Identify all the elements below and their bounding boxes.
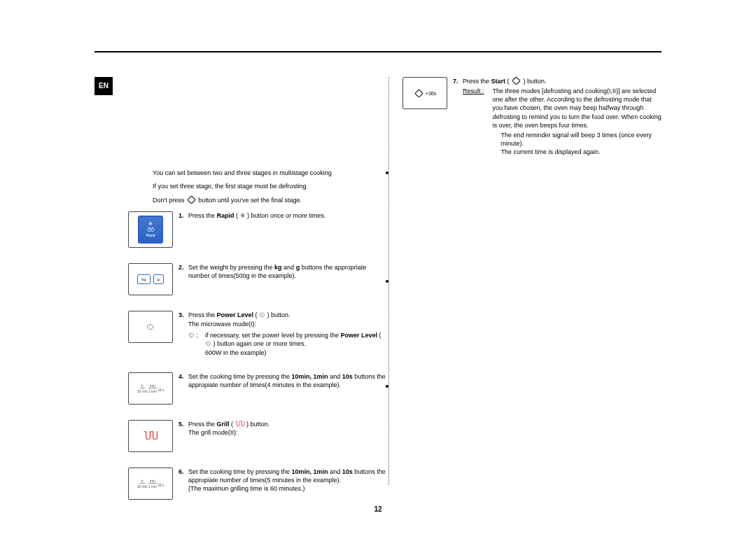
result-label: Result :	[463, 87, 484, 156]
intro-line: If you set three stage, the first stage …	[153, 181, 387, 192]
divider-dot	[386, 385, 388, 388]
start-diamond-icon	[512, 76, 521, 85]
divider-dot	[386, 171, 388, 174]
rapid-label: Rapid	[146, 233, 155, 237]
snowflake-icon	[148, 221, 153, 227]
bold-text: Rapid	[217, 212, 234, 219]
power-level-icon: ⏲	[128, 311, 173, 343]
step-body: Press the Power Level ( ⏲ ) button. The …	[188, 311, 387, 357]
step-body: Set the weight by pressing the kg and g …	[188, 263, 387, 280]
text: The end reminder signal will beep 3 time…	[501, 132, 652, 147]
power-inline-icon: ⏲	[259, 311, 265, 319]
language-badge: EN	[94, 77, 113, 95]
step-body: Press the Rapid ( ❄ ) button once or mor…	[188, 211, 387, 220]
text: (The maximun grilling time is 60 minutes…	[188, 485, 305, 492]
text: 10 min	[137, 484, 148, 489]
intro-line: Don't press button until you've set the …	[153, 195, 387, 206]
grill-inline-icon: ႮႮ	[235, 420, 245, 428]
text: (	[377, 332, 382, 339]
manual-page: EN You can set between two and three sta…	[0, 0, 756, 534]
result-text: The three modes [defrosting and cooking(…	[493, 87, 662, 156]
step-number: 5.	[178, 420, 188, 437]
step-1: ŎŎ Rapid 1. Press the Rapid ( ❄ ) button…	[128, 211, 387, 248]
bold-text: 10s	[342, 373, 353, 380]
step-body: Set the cooking time by pressing the 10m…	[188, 372, 387, 389]
bold-text: Power Level	[217, 311, 254, 318]
text: Set the cooking time by pressing the	[188, 373, 292, 380]
start-label: +30s	[426, 91, 436, 96]
step-number: 2.	[178, 263, 188, 280]
step-7: +30s 7. Press the Start ( ) button. Resu…	[402, 77, 662, 156]
start-button-icon: +30s	[402, 77, 447, 109]
text: ) button once or more times.	[246, 212, 326, 219]
step-number: 7.	[453, 77, 463, 156]
steps-list: ŎŎ Rapid 1. Press the Rapid ( ❄ ) button…	[128, 211, 387, 500]
text: h	[140, 479, 145, 484]
text: if necessary, set the power level by pre…	[205, 332, 340, 339]
time-buttons-icon: h10 min min1 min 10 s	[128, 372, 173, 405]
step-number: 4.	[178, 372, 188, 389]
top-divider	[94, 51, 662, 52]
text: and	[328, 468, 342, 475]
text: min	[148, 384, 157, 388]
column-divider	[388, 77, 389, 485]
text: The current time is displayed again.	[501, 148, 601, 155]
step-3: ⏲ 3. Press the Power Level ( ⏲ ) button.…	[128, 311, 387, 357]
start-diamond-icon	[187, 195, 196, 204]
text: 1 min	[148, 484, 157, 489]
bold-text: Start	[491, 78, 506, 85]
text: (	[230, 421, 235, 428]
text: 600W in the example)	[205, 349, 267, 356]
divider-dot	[386, 280, 388, 283]
step-number: 1.	[178, 211, 188, 220]
text: ) button again one or more times.	[211, 340, 306, 347]
result-block: Result : The three modes [defrosting and…	[463, 87, 662, 156]
microwave-icon: ⏲	[146, 322, 155, 332]
text: min	[148, 479, 157, 484]
step-body: Set the cooking time by pressing the 10m…	[188, 468, 387, 493]
step-number: 3.	[178, 311, 188, 357]
rapid-inline-icon: ❄	[240, 211, 246, 220]
text: button until you've set the final stage.	[197, 197, 302, 204]
grill-icon-box: ႮႮ	[128, 420, 173, 452]
text: ;	[197, 332, 199, 339]
g-button: g	[153, 274, 164, 284]
text: Press the	[188, 311, 217, 318]
step-body: Press the Grill ( ႮႮ ) button. The grill…	[188, 420, 387, 437]
text: ) button.	[522, 78, 547, 85]
text: Press the	[463, 78, 491, 85]
time-buttons-icon: h10 min min1 min 10 s	[128, 468, 173, 500]
step-body: Press the Start ( ) button. Result : The…	[463, 77, 662, 156]
step-number: 6.	[178, 468, 188, 493]
text: 1 min	[148, 389, 157, 393]
step-4: h10 min min1 min 10 s 4. Set the cooking…	[128, 372, 387, 405]
text: The grill mode(II):	[188, 429, 238, 436]
drops-icon: ŎŎ	[148, 227, 154, 232]
step-5: ႮႮ 5. Press the Grill ( ႮႮ ) button. The…	[128, 420, 387, 452]
bold-text: 10min, 1min	[292, 468, 328, 475]
kg-button: kg	[137, 274, 150, 284]
sub-item: ⏲ ; if necessary, set the power level by…	[188, 331, 387, 357]
intro-line: You can set between two and three stages…	[153, 168, 387, 178]
text: Press the	[188, 212, 217, 219]
text: The three modes [defrosting and cooking(…	[493, 87, 662, 129]
left-column: You can set between two and three stages…	[128, 77, 387, 499]
text: 10 s	[158, 388, 164, 392]
bold-text: 10s	[342, 468, 353, 475]
text: Press the	[188, 421, 217, 428]
text: h	[140, 384, 145, 388]
text: Don't press	[153, 197, 186, 204]
text: (	[505, 78, 511, 85]
bold-text: kg	[274, 264, 282, 271]
step-6: h10 min min1 min 10 s 6. Set the cooking…	[128, 468, 387, 500]
text: Set the weight by pressing the	[188, 264, 274, 271]
kg-g-icon: kg g	[128, 263, 173, 295]
text: Set the cooking time by pressing the	[188, 468, 292, 475]
power-inline-icon: ⏲	[205, 339, 211, 348]
bold-text: Power Level	[340, 332, 377, 339]
bold-text: Grill	[217, 421, 230, 428]
intro-block: You can set between two and three stages…	[128, 168, 387, 206]
page-number: 12	[0, 505, 756, 513]
power-inline-icon: ⏲	[188, 331, 195, 339]
text: 10 s	[158, 483, 164, 487]
